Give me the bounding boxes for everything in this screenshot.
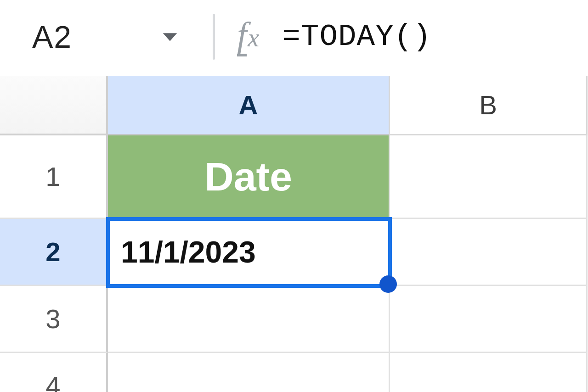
- row-header-4[interactable]: 4: [0, 353, 108, 392]
- formula-bar-divider: [213, 14, 215, 60]
- row-label: 3: [45, 303, 60, 334]
- name-box-dropdown[interactable]: [159, 26, 181, 47]
- cell-B2[interactable]: [390, 219, 588, 286]
- formula-input[interactable]: =TODAY(): [282, 20, 431, 54]
- fx-icon: fx: [237, 17, 259, 56]
- column-label: A: [239, 90, 258, 120]
- row-label: 2: [45, 236, 60, 267]
- row-label: 4: [45, 370, 60, 392]
- name-box[interactable]: A2: [32, 19, 72, 55]
- cell-A4[interactable]: [108, 353, 390, 392]
- column-header-B[interactable]: B: [390, 76, 588, 135]
- cell-A2[interactable]: 11/1/2023: [108, 219, 390, 286]
- cell-B4[interactable]: [390, 353, 588, 392]
- formula-bar: A2 fx =TODAY(): [0, 0, 588, 73]
- select-all-corner[interactable]: [0, 76, 108, 135]
- spreadsheet-grid: A B 1 Date 2 11/1/2023 3 4: [0, 76, 588, 392]
- cell-B1[interactable]: [390, 135, 588, 219]
- row-4: 4: [0, 353, 588, 392]
- cell-A1[interactable]: Date: [108, 135, 390, 219]
- row-3: 3: [0, 286, 588, 353]
- row-header-1[interactable]: 1: [0, 135, 108, 219]
- cell-value: Date: [204, 153, 292, 200]
- column-header-A[interactable]: A: [108, 76, 390, 135]
- column-label: B: [479, 90, 497, 120]
- column-header-row: A B: [0, 76, 588, 135]
- cell-A3[interactable]: [108, 286, 390, 353]
- row-header-3[interactable]: 3: [0, 286, 108, 353]
- row-1: 1 Date: [0, 135, 588, 219]
- cell-B3[interactable]: [390, 286, 588, 353]
- row-label: 1: [45, 161, 60, 192]
- row-2: 2 11/1/2023: [0, 219, 588, 286]
- cell-value: 11/1/2023: [121, 235, 256, 269]
- chevron-down-icon: [159, 26, 181, 47]
- row-header-2[interactable]: 2: [0, 219, 108, 286]
